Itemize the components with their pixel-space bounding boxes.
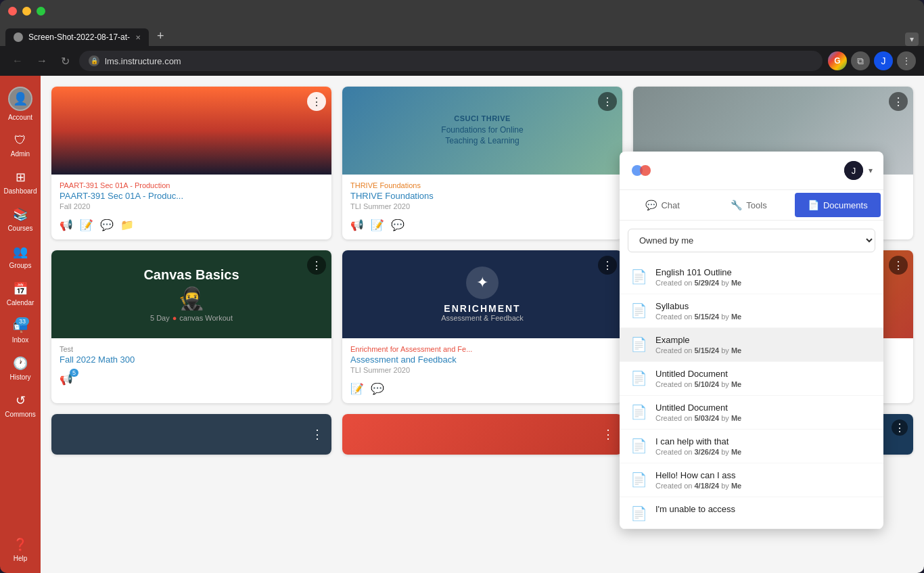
address-bar[interactable]: 🔒 lms.instructure.com	[79, 51, 823, 71]
extensions-icon[interactable]: ⧉	[851, 51, 870, 70]
doc-item-unable[interactable]: 📄 I'm unable to access	[620, 497, 883, 529]
google-icon[interactable]: G	[828, 51, 847, 70]
course-card-canvas[interactable]: Canvas Basics 🥷 5 Day ● canvas Workout ⋮…	[51, 250, 331, 403]
reload-button[interactable]: ↻	[57, 52, 74, 70]
card-title-canvas[interactable]: Fall 2022 Math 300	[60, 354, 323, 365]
filter-select[interactable]: Owned by me Shared with me All documents	[628, 229, 875, 252]
sidebar-item-groups[interactable]: 👥 Groups	[0, 239, 41, 275]
back-button[interactable]: ←	[8, 52, 27, 70]
nav-bar: ← → ↻ 🔒 lms.instructure.com G ⧉ J ⋮	[0, 46, 924, 76]
card-title-enrichment[interactable]: Assessment and Feedback	[350, 354, 614, 365]
panel-logo-svg	[630, 160, 652, 181]
course-card-bottom1[interactable]: ⋮	[51, 414, 331, 455]
discussion-icon-enrichment[interactable]: 💬	[371, 382, 384, 395]
course-card-bottom2[interactable]: ⋮	[342, 414, 622, 455]
doc-item-syllabus[interactable]: 📄 Syllabus Created on 5/15/24 by Me	[620, 294, 883, 328]
card-more-btn-bottom3[interactable]: ⋮	[892, 419, 908, 436]
close-button[interactable]	[8, 7, 17, 16]
main-area: 👤 Account 🛡 Admin ⊞ Dashboard 📚 Courses …	[0, 76, 924, 573]
course-card-thrive[interactable]: CSUCI THRIVE Foundations for OnlineTeach…	[342, 87, 622, 239]
doc-name-unable: I'm unable to access	[655, 504, 873, 514]
sidebar-item-inbox-label: Inbox	[12, 336, 28, 344]
sidebar-item-dashboard[interactable]: ⊞ Dashboard	[0, 164, 41, 200]
canvas-figure: 🥷	[178, 285, 205, 311]
card-more-btn-canvas[interactable]: ⋮	[307, 256, 326, 275]
sidebar-item-account[interactable]: 👤 Account	[0, 81, 41, 127]
minimize-button[interactable]	[22, 7, 31, 16]
sidebar-item-inbox[interactable]: 📬 33 Inbox	[0, 313, 41, 349]
title-bar	[0, 0, 924, 22]
course-card-paart391[interactable]: ⋮ PAART-391 Sec 01A - Production PAART-3…	[51, 87, 331, 239]
tab-tools[interactable]: 🔧 Tools	[706, 190, 791, 220]
panel-chevron-icon[interactable]: ▾	[869, 166, 873, 175]
card-more-btn-bottom1[interactable]: ⋮	[311, 427, 323, 442]
course-card-enrichment[interactable]: ✦ ENRICHMENT Assessment & Feedback ⋮ Enr…	[342, 250, 622, 403]
doc-icon-untitled2: 📄	[630, 404, 647, 420]
card-more-btn-water[interactable]: ⋮	[889, 92, 908, 111]
card-more-btn-thrive[interactable]: ⋮	[598, 92, 617, 111]
doc-name-syllabus: Syllabus	[655, 301, 873, 311]
assignment-icon-thrive[interactable]: 📝	[371, 219, 384, 231]
sidebar-item-courses[interactable]: 📚 Courses	[0, 202, 41, 237]
sidebar-item-help[interactable]: ❓ Help	[0, 532, 41, 568]
card-more-btn-paart391[interactable]: ⋮	[307, 92, 326, 111]
tab-dropdown-button[interactable]: ▾	[905, 32, 919, 46]
doc-name-ican: I can help with that	[655, 436, 873, 446]
sidebar-item-dashboard-label: Dashboard	[4, 187, 37, 195]
doc-name-example: Example	[655, 335, 873, 345]
discussion-icon-thrive[interactable]: 💬	[391, 219, 405, 231]
assignment-icon-enrichment[interactable]: 📝	[350, 382, 364, 395]
profile-icon[interactable]: J	[874, 51, 893, 70]
sidebar-item-commons[interactable]: ↺ Commons	[0, 388, 41, 423]
sidebar-item-groups-label: Groups	[9, 262, 32, 269]
panel-user-avatar[interactable]: J	[844, 161, 863, 180]
tab-documents[interactable]: 📄 Documents	[795, 193, 881, 217]
announcement-icon[interactable]: 📢	[60, 219, 73, 231]
card-title-paart391[interactable]: PAART-391 Sec 01A - Produc...	[60, 191, 323, 201]
canvas-badge: 5	[70, 369, 78, 377]
active-tab[interactable]: Screen-Shot-2022-08-17-at- ✕	[5, 28, 149, 46]
dashboard-icon: ⊞	[16, 170, 26, 185]
maximize-button[interactable]	[37, 7, 45, 16]
enrichment-icon: ✦	[466, 267, 499, 299]
doc-item-example[interactable]: 📄 Example Created on 5/15/24 by Me	[620, 328, 883, 362]
doc-item-untitled2[interactable]: 📄 Untitled Document Created on 5/03/24 b…	[620, 396, 883, 430]
sidebar-item-admin[interactable]: 🛡 Admin	[0, 128, 41, 163]
card-subtitle-paart391: PAART-391 Sec 01A - Production	[60, 181, 323, 189]
sidebar-item-calendar[interactable]: 📅 Calendar	[0, 276, 41, 312]
doc-item-ican[interactable]: 📄 I can help with that Created on 3/26/2…	[620, 430, 883, 463]
card-more-btn-interpersonal[interactable]: ⋮	[889, 256, 908, 275]
doc-icon-english101: 📄	[630, 269, 647, 285]
tab-chat-label: Chat	[661, 200, 679, 210]
doc-item-hello[interactable]: 📄 Hello! How can I ass Created on 4/18/2…	[620, 463, 883, 497]
card-more-btn-bottom2[interactable]: ⋮	[602, 427, 614, 442]
doc-meta-syllabus: Created on 5/15/24 by Me	[655, 313, 873, 321]
admin-icon: 🛡	[14, 133, 26, 147]
tools-tab-icon: 🔧	[731, 200, 742, 210]
doc-item-english101[interactable]: 📄 English 101 Outline Created on 5/29/24…	[620, 260, 883, 294]
card-body-canvas: Test Fall 2022 Math 300 📢 5	[51, 338, 331, 394]
announcement-icon-thrive[interactable]: 📢	[350, 219, 364, 231]
card-term-enrichment: TLI Summer 2020	[350, 366, 614, 374]
menu-icon[interactable]: ⋮	[897, 51, 916, 70]
tab-close-button[interactable]: ✕	[135, 34, 141, 41]
discussion-icon[interactable]: 💬	[100, 219, 114, 231]
doc-name-untitled1: Untitled Document	[655, 369, 873, 379]
sidebar-item-history[interactable]: 🕐 History	[0, 350, 41, 386]
files-icon[interactable]: 📁	[120, 219, 134, 231]
new-tab-button[interactable]: +	[152, 26, 170, 46]
doc-item-untitled1[interactable]: 📄 Untitled Document Created on 5/10/24 b…	[620, 362, 883, 396]
tab-chat[interactable]: 💬 Chat	[620, 190, 706, 220]
card-actions-enrichment: 📝 💬	[350, 380, 614, 398]
card-title-thrive[interactable]: THRIVE Foundations	[350, 191, 614, 201]
svg-point-1	[640, 165, 651, 176]
sidebar-item-help-label: Help	[14, 555, 28, 562]
doc-meta-hello: Created on 4/18/24 by Me	[655, 482, 873, 490]
card-more-btn-enrichment[interactable]: ⋮	[598, 256, 617, 275]
forward-button[interactable]: →	[32, 52, 51, 70]
doc-name-english101: English 101 Outline	[655, 267, 873, 277]
panel-header-right: J ▾	[844, 161, 873, 180]
assignment-icon[interactable]: 📝	[80, 219, 93, 231]
card-body-thrive: THRIVE Foundations THRIVE Foundations TL…	[342, 175, 622, 239]
panel-documents-list: 📄 English 101 Outline Created on 5/29/24…	[620, 260, 883, 529]
